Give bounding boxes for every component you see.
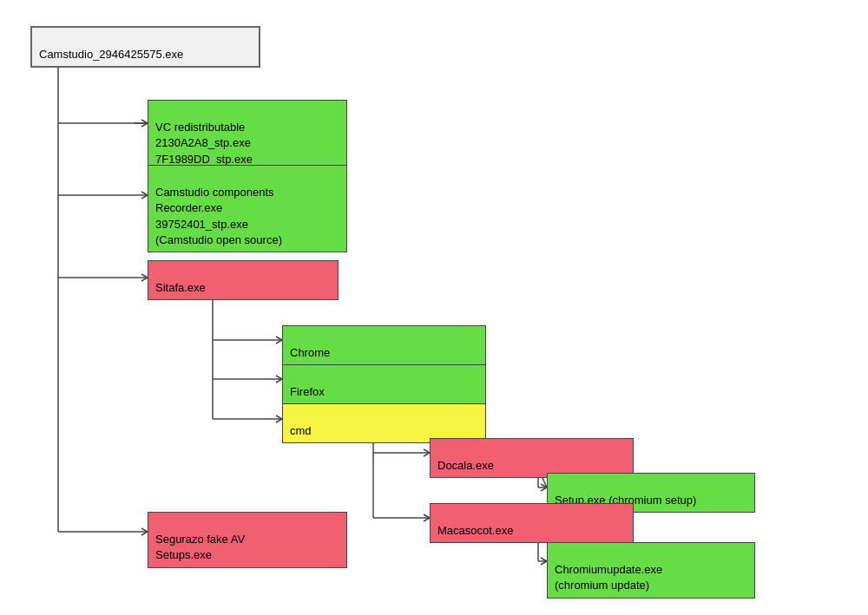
firefox-node: Firefox [282, 364, 486, 404]
chromiumupdate-node: Chromiumupdate.exe (chromium update) [547, 542, 755, 599]
cmd-label: cmd [290, 424, 312, 437]
macasocot-node: Macasocot.exe [430, 503, 634, 543]
sitafa-label: Sitafa.exe [155, 281, 206, 294]
vc-label: VC redistributable 2130A2A8_stp.exe 7F19… [155, 121, 253, 165]
vc-node: VC redistributable 2130A2A8_stp.exe 7F19… [148, 100, 347, 172]
docala-label: Docala.exe [437, 459, 494, 472]
segurazo-node: Segurazo fake AV Setups.exe [148, 512, 347, 568]
segurazo-label: Segurazo fake AV Setups.exe [155, 533, 245, 561]
chrome-label: Chrome [290, 346, 330, 359]
sitafa-node: Sitafa.exe [148, 260, 339, 300]
chrome-node: Chrome [282, 325, 486, 365]
firefox-label: Firefox [290, 385, 325, 398]
root-node: Camstudio_2946425575.exe [30, 26, 260, 68]
chromiumupdate-label: Chromiumupdate.exe (chromium update) [555, 563, 662, 592]
camstudio-label: Camstudio components Recorder.exe 397524… [155, 186, 282, 246]
macasocot-label: Macasocot.exe [437, 524, 513, 537]
diagram: Camstudio_2946425575.exe VC redistributa… [0, 0, 868, 615]
root-label: Camstudio_2946425575.exe [39, 48, 183, 61]
camstudio-node: Camstudio components Recorder.exe 397524… [148, 165, 347, 252]
